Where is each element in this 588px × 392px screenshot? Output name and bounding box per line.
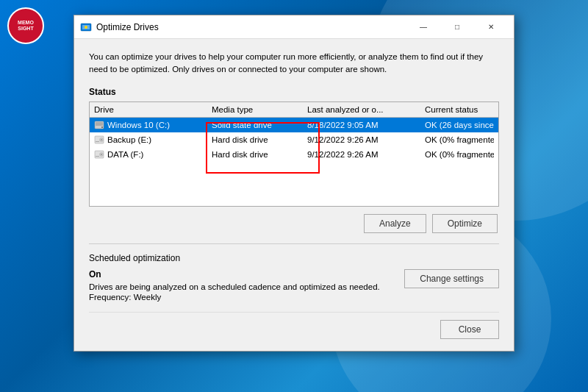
last-analyzed-cell: 8/18/2022 9:05 AM xyxy=(307,121,425,129)
col-media-type: Media type xyxy=(212,105,307,114)
ssd-icon xyxy=(94,120,104,130)
col-current-status: Current status xyxy=(425,105,494,114)
scheduled-body: On Drives are being analyzed on a schedu… xyxy=(89,269,499,302)
scheduled-frequency: Frequency: Weekly xyxy=(89,293,404,302)
table-row[interactable]: DATA (F:) Hard disk drive 9/12/2022 9:26… xyxy=(90,147,498,162)
scheduled-info: On Drives are being analyzed on a schedu… xyxy=(89,269,404,302)
optimize-button[interactable]: Optimize xyxy=(432,214,498,233)
last-analyzed-cell: 9/12/2022 9:26 AM xyxy=(307,135,425,144)
svg-point-2 xyxy=(85,26,87,29)
table-row[interactable]: Windows 10 (C:) Solid state drive 8/18/2… xyxy=(90,118,498,132)
svg-rect-9 xyxy=(96,141,99,142)
hdd-icon xyxy=(94,149,104,160)
dialog-title: Optimize Drives xyxy=(96,22,406,32)
table-row[interactable]: Backup (E:) Hard disk drive 9/12/2022 9:… xyxy=(90,132,498,147)
status-cell: OK (0% fragmented) xyxy=(425,135,494,144)
scheduled-description: Drives are being analyzed on a scheduled… xyxy=(89,282,404,291)
dialog-icon xyxy=(80,21,92,33)
analyze-button[interactable]: Analyze xyxy=(364,214,426,233)
status-section-label: Status xyxy=(89,87,499,97)
title-bar: Optimize Drives — □ ✕ xyxy=(74,15,514,39)
last-analyzed-cell: 9/12/2022 9:26 AM xyxy=(307,150,425,159)
media-type-cell: Hard disk drive xyxy=(212,150,307,159)
close-button-row: Close xyxy=(89,312,499,339)
scheduled-optimization-section: Scheduled optimization On Drives are bei… xyxy=(89,243,499,302)
media-type-cell: Hard disk drive xyxy=(212,135,307,144)
col-last-analyzed: Last analyzed or o... xyxy=(307,105,425,114)
status-cell: OK (0% fragmented) xyxy=(425,150,494,159)
table-header: Drive Media type Last analyzed or o... C… xyxy=(90,102,498,118)
maximize-button[interactable]: □ xyxy=(440,15,474,39)
dialog-content: You can optimize your drives to help you… xyxy=(74,39,514,351)
scheduled-section-label: Scheduled optimization xyxy=(89,253,499,263)
drives-status-table: Drive Media type Last analyzed or o... C… xyxy=(89,101,499,207)
svg-point-12 xyxy=(101,154,102,155)
dialog-description: You can optimize your drives to help you… xyxy=(89,51,499,76)
window-close-button[interactable]: ✕ xyxy=(474,15,508,39)
svg-point-8 xyxy=(101,139,102,140)
drive-name-cell: Backup (E:) xyxy=(94,135,212,145)
drive-name-cell: DATA (F:) xyxy=(94,149,212,160)
memosight-logo: MEMO SIGHT xyxy=(7,7,44,44)
window-controls: — □ ✕ xyxy=(406,15,508,39)
scheduled-status: On xyxy=(89,269,404,279)
close-button[interactable]: Close xyxy=(440,320,499,339)
status-cell: OK (26 days since last retrim) xyxy=(425,121,494,129)
drive-name-cell: Windows 10 (C:) xyxy=(94,120,212,130)
svg-rect-4 xyxy=(96,122,103,126)
action-buttons-row: Analyze Optimize xyxy=(89,214,499,233)
table-body: Windows 10 (C:) Solid state drive 8/18/2… xyxy=(90,118,498,206)
minimize-button[interactable]: — xyxy=(406,15,440,39)
col-drive: Drive xyxy=(94,105,212,114)
media-type-cell: Solid state drive xyxy=(212,121,307,129)
svg-rect-13 xyxy=(96,156,99,157)
svg-rect-5 xyxy=(101,126,103,128)
change-settings-button[interactable]: Change settings xyxy=(404,269,499,288)
optimize-drives-dialog: Optimize Drives — □ ✕ You can optimize y… xyxy=(74,15,514,352)
hdd-icon xyxy=(94,135,104,145)
